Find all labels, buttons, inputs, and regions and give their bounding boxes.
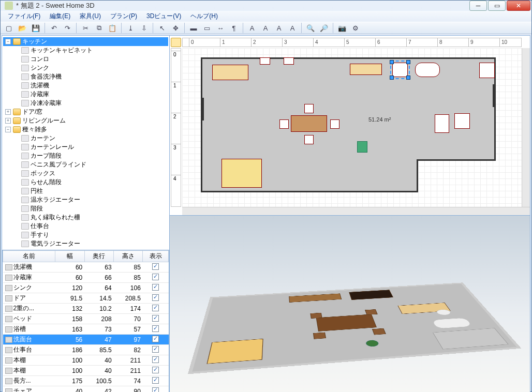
tree-item[interactable]: コンロ [3,55,168,64]
tree-item[interactable]: 丸く縁取られた柵 [3,213,168,222]
minimize-button[interactable]: ─ [469,1,487,11]
cell-w[interactable]: 60 [55,273,84,283]
add-furniture-icon[interactable]: ⤓ [124,22,137,34]
table-row[interactable]: 仕事台18685.582 [3,345,169,355]
cell[interactable]: 2重の... [3,304,55,314]
cell-visible[interactable] [143,345,169,355]
cell-d[interactable]: 85.5 [84,345,113,355]
cell-w[interactable]: 163 [55,324,84,335]
cell-visible[interactable] [143,304,169,314]
cell-h[interactable]: 90 [114,386,143,393]
collapse-icon[interactable]: − [5,39,11,44]
plan-furn-window-1[interactable] [260,57,270,65]
cell-w[interactable]: 56 [55,335,84,345]
cell[interactable]: チェア [3,386,55,393]
save-icon[interactable]: 💾 [29,22,42,34]
plan-grid[interactable]: 51.24 m² [182,48,522,207]
tree-item[interactable]: ボックス [3,169,168,178]
tree-item[interactable]: 円柱 [3,187,168,195]
cell-h[interactable]: 70 [114,314,143,324]
cell[interactable]: ドア [3,293,55,304]
cell[interactable]: 洗面台 [3,335,55,345]
cell-visible[interactable] [143,293,169,304]
cell-d[interactable]: 66 [84,273,113,283]
cell[interactable]: 本棚 [3,366,55,376]
cell-h[interactable]: 174 [114,304,143,314]
visibility-checkbox[interactable] [152,377,159,384]
tree-item[interactable]: ベニス風ブラインド [3,160,168,169]
plan-2d-panel[interactable]: 012345678910111213 01234 51.24 m² [170,36,530,216]
table-row[interactable]: 洗面台564797 [3,335,169,345]
table-row[interactable]: シンク12064106 [3,283,169,293]
visibility-checkbox[interactable] [152,315,159,322]
wall-tool-icon[interactable]: ▬ [187,22,200,34]
plan-furn-washbasin-selected[interactable] [392,63,408,77]
cell-w[interactable]: 132 [55,304,84,314]
tree-item[interactable]: らせん階段 [3,178,168,187]
col-header[interactable]: 名前 [3,251,55,262]
cell[interactable]: 冷蔵庫 [3,273,55,283]
tree-item[interactable]: 冷蔵庫 [3,90,168,99]
cell-visible[interactable] [143,262,169,273]
cell-h[interactable]: 97 [114,335,143,345]
view-3d-panel[interactable] [170,216,530,393]
cell[interactable]: 長方... [3,376,55,386]
tree-item[interactable]: 仕事台 [3,222,168,231]
cell-d[interactable]: 42 [84,386,113,393]
visibility-checkbox[interactable] [152,274,159,280]
room-tool-icon[interactable]: ▭ [201,22,213,34]
cell-w[interactable]: 60 [55,262,84,273]
furniture-table[interactable]: 名前幅奥行高さ表示 洗濯機606385冷蔵庫606685シンク12064106ド… [3,250,169,392]
preferences-icon[interactable]: ⚙ [349,22,362,34]
cell-w[interactable]: 158 [55,314,84,324]
table-row[interactable]: 本棚10040211 [3,355,169,366]
tree-item[interactable]: シンク [3,64,168,72]
cell-d[interactable]: 40 [84,355,113,366]
plan-origin-icon[interactable] [171,38,181,47]
text-a1-icon[interactable]: A [246,22,258,34]
table-row[interactable]: ベッド15820870 [3,314,169,324]
plan-furn-chair-top[interactable] [304,104,314,113]
table-row[interactable]: 本棚10040211 [3,366,169,376]
visibility-checkbox[interactable] [152,387,159,393]
cell-w[interactable]: 175 [55,376,84,386]
obj3d-chair2[interactable] [365,309,378,315]
open-icon[interactable]: 📂 [16,22,28,34]
plan-scrollbar-v[interactable] [522,48,530,207]
cell[interactable]: 浴槽 [3,324,55,335]
cut-icon[interactable]: ✂ [79,22,92,34]
tree-item[interactable]: カーテン [3,134,168,143]
cell-h[interactable]: 106 [114,283,143,293]
zoom-out-icon[interactable]: 🔎 [318,22,330,34]
cell-w[interactable]: 91.5 [55,293,84,304]
select-tool-icon[interactable]: ↖ [156,22,168,34]
collapse-icon[interactable]: − [5,127,11,132]
menu-item-4[interactable]: 3Dビュー(V) [142,11,185,22]
text-tool-icon[interactable]: ¶ [228,22,240,34]
zoom-in-icon[interactable]: 🔍 [304,22,317,34]
visibility-checkbox[interactable] [152,356,159,363]
plan-furn-door-left[interactable] [201,98,204,120]
obj3d-shelf[interactable] [349,290,393,300]
photo-icon[interactable]: 📷 [336,22,348,34]
redo-icon[interactable]: ↷ [61,22,73,34]
cell-h[interactable]: 85 [114,273,143,283]
plan-furn-chair-right[interactable] [330,119,339,129]
cell-w[interactable]: 100 [55,355,84,366]
cell-d[interactable]: 40 [84,366,113,376]
expand-icon[interactable]: + [5,109,11,115]
text-a2-icon[interactable]: A [259,22,272,34]
cell-visible[interactable] [143,366,169,376]
cell[interactable]: 本棚 [3,355,55,366]
plan-furn-plant[interactable] [357,141,367,153]
menu-item-0[interactable]: ファイル(F) [4,11,45,22]
paste-icon[interactable]: 📋 [106,22,119,34]
cell-visible[interactable] [143,386,169,393]
plan-furn-desk[interactable] [350,64,382,75]
cell[interactable]: 洗濯機 [3,262,55,273]
tree-folder[interactable]: −キッチン [3,37,168,46]
cell[interactable]: シンク [3,283,55,293]
cell-visible[interactable] [143,355,169,366]
menu-item-2[interactable]: 家具(U) [76,11,105,22]
pan-tool-icon[interactable]: ✥ [169,22,182,34]
